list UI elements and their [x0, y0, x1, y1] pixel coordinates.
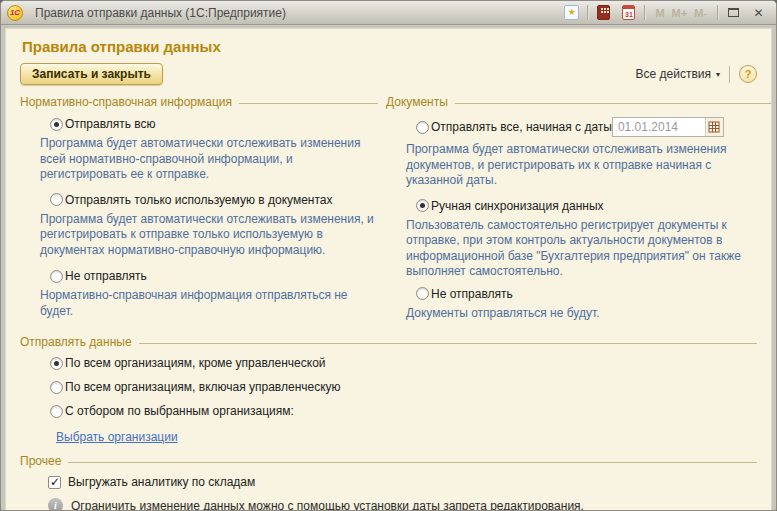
- option-manual-sync[interactable]: Ручная синхронизация данных: [416, 199, 772, 213]
- section-send-data-header: Отправлять данные: [20, 335, 757, 349]
- window-frame: Правила отправки данных Записать и закры…: [1, 25, 776, 511]
- option-label: Не отправлять: [431, 287, 513, 301]
- calculator-button[interactable]: [594, 3, 613, 22]
- calendar-icon: 31: [622, 5, 635, 20]
- choose-organizations-link[interactable]: Выбрать организации: [56, 430, 178, 444]
- option-description: Документы отправляться не будут.: [406, 306, 770, 322]
- option-description: Программа будет автоматически отслеживат…: [40, 136, 374, 183]
- section-nsi-title: Нормативно-справочная информация: [20, 95, 232, 109]
- radio-icon[interactable]: [50, 118, 63, 131]
- export-warehouse-analytics-option[interactable]: Выгружать аналитику по складам: [48, 475, 757, 489]
- toolbar: Записать и закрыть Все действия ▾ ?: [20, 63, 757, 85]
- date-field: [612, 117, 724, 137]
- option-all-orgs-including-management[interactable]: По всем организациям, включая управленче…: [50, 380, 757, 394]
- calendar-button[interactable]: 31: [619, 3, 638, 22]
- memory-add-button: М+: [672, 7, 688, 19]
- options-columns: Нормативно-справочная информация Отправл…: [20, 87, 757, 331]
- section-documents-title: Документы: [386, 95, 448, 109]
- window-title: Правила отправки данных (1С:Предприятие): [35, 6, 286, 20]
- section-documents-header: Документы: [386, 95, 772, 109]
- option-description: Нормативно-справочная информация отправл…: [40, 288, 374, 319]
- favorites-button[interactable]: ★: [562, 3, 581, 22]
- option-label: По всем организациям, включая управленче…: [65, 380, 341, 394]
- section-nsi: Нормативно-справочная информация Отправл…: [20, 87, 386, 331]
- section-other-header: Прочее: [20, 454, 757, 468]
- radio-icon[interactable]: [50, 381, 63, 394]
- section-rule: [139, 343, 757, 344]
- page-title: Правила отправки данных: [22, 38, 757, 56]
- option-send-all-from-date[interactable]: Отправлять все, начиная с даты: [416, 117, 772, 137]
- save-and-close-button[interactable]: Записать и закрыть: [20, 63, 163, 85]
- calculator-icon: [597, 5, 610, 20]
- maximize-icon: [728, 8, 739, 17]
- 1c-logo-icon: 1С: [7, 5, 23, 21]
- calendar-picker-button[interactable]: [705, 118, 723, 136]
- toolbar-separator: [729, 66, 730, 83]
- section-rule: [455, 103, 772, 104]
- info-icon: i: [48, 498, 63, 511]
- app-window: 1С Правила отправки данных (1С:Предприят…: [0, 0, 777, 511]
- option-label: Отправлять всю: [65, 117, 156, 131]
- option-description: Программа будет автоматически отслеживат…: [40, 212, 374, 259]
- form-content: Правила отправки данных Записать и закры…: [5, 28, 772, 511]
- date-input[interactable]: [613, 120, 705, 134]
- radio-icon[interactable]: [416, 287, 429, 300]
- radio-icon[interactable]: [50, 270, 63, 283]
- section-nsi-header: Нормативно-справочная информация: [20, 95, 378, 109]
- section-rule: [68, 462, 757, 463]
- favorites-star-icon: ★: [564, 5, 579, 20]
- memory-recall-button: М: [655, 7, 664, 19]
- maximize-button[interactable]: [724, 3, 743, 22]
- section-documents: Документы Отправлять все, начиная с даты: [386, 87, 772, 331]
- option-description: Программа будет автоматически отслеживат…: [406, 142, 770, 189]
- chevron-down-icon: ▾: [716, 70, 720, 79]
- option-label: Отправлять только используемую в докумен…: [65, 193, 333, 207]
- memory-buttons: М М+ М-: [655, 7, 707, 19]
- info-text: Ограничить изменение данных можно с помо…: [71, 499, 584, 511]
- info-note: i Ограничить изменение данных можно с по…: [48, 498, 757, 511]
- option-all-orgs-except-management[interactable]: По всем организациям, кроме управленческ…: [50, 356, 757, 370]
- titlebar-separator: [717, 5, 718, 20]
- checkbox-label: Выгружать аналитику по складам: [68, 475, 255, 489]
- radio-icon[interactable]: [50, 357, 63, 370]
- radio-icon[interactable]: [416, 121, 429, 134]
- calendar-grid-icon: [708, 121, 720, 133]
- section-other-title: Прочее: [20, 454, 61, 468]
- radio-icon[interactable]: [416, 199, 429, 212]
- section-send-data-title: Отправлять данные: [20, 335, 132, 349]
- option-label: По всем организациям, кроме управленческ…: [65, 356, 326, 370]
- option-no-send-nsi[interactable]: Не отправлять: [50, 269, 378, 283]
- all-actions-button[interactable]: Все действия ▾: [636, 67, 720, 81]
- option-send-used-nsi[interactable]: Отправлять только используемую в докумен…: [50, 193, 378, 207]
- option-send-all-nsi[interactable]: Отправлять всю: [50, 117, 378, 131]
- option-label: С отбором по выбранным организациям:: [65, 404, 294, 418]
- titlebar-separator: [644, 5, 645, 20]
- option-no-send-documents[interactable]: Не отправлять: [416, 287, 772, 301]
- option-label: Не отправлять: [65, 269, 147, 283]
- titlebar-separator: [587, 5, 588, 20]
- option-selected-orgs-filter[interactable]: С отбором по выбранным организациям:: [50, 404, 757, 418]
- close-button[interactable]: ✕: [749, 3, 768, 22]
- titlebar[interactable]: 1С Правила отправки данных (1С:Предприят…: [1, 1, 776, 25]
- section-rule: [239, 103, 378, 104]
- memory-subtract-button: М-: [694, 7, 707, 19]
- option-label: Отправлять все, начиная с даты: [431, 120, 612, 134]
- help-button[interactable]: ?: [739, 65, 757, 83]
- radio-icon[interactable]: [50, 405, 63, 418]
- option-description: Пользователь самостоятельно регистрирует…: [406, 218, 770, 280]
- option-label: Ручная синхронизация данных: [431, 199, 604, 213]
- close-icon: ✕: [753, 6, 763, 20]
- checkbox-icon[interactable]: [48, 476, 61, 489]
- radio-icon[interactable]: [50, 193, 63, 206]
- all-actions-label: Все действия: [636, 67, 711, 81]
